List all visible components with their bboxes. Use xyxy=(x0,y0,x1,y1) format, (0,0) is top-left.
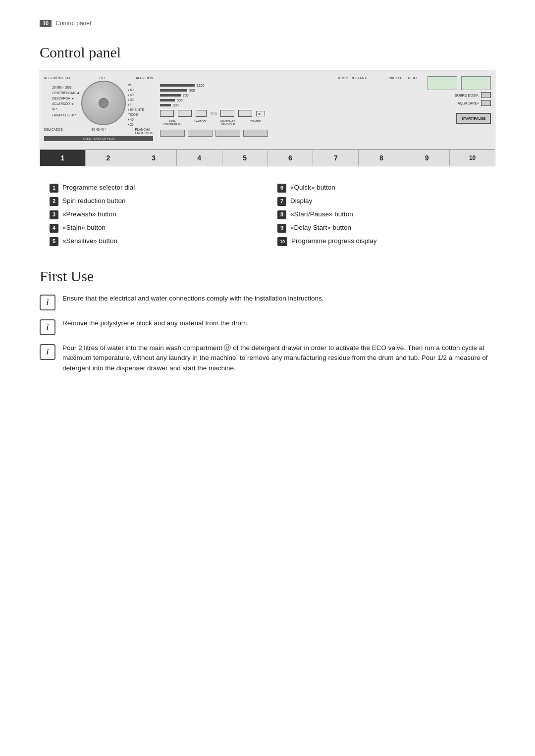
lavado-btn[interactable] xyxy=(188,130,213,137)
legend-num-3: 3 xyxy=(50,210,58,219)
machine-control-panel: ALGODÓN ECO OFF ALGODÓN 20 MIN · 3KG CEN… xyxy=(40,70,495,150)
dial-bottom-labels: DELICADOS 30 40 40 * PLANCHAFACIL PLUS xyxy=(44,128,153,135)
temps-30-40: 30 40 40 * xyxy=(92,128,107,135)
speed-900: 900 xyxy=(160,89,195,92)
sobre-dosif-label: SOBRE DOSIF. xyxy=(455,94,479,97)
temp-30a: • 30 xyxy=(128,98,145,101)
small-btn-3[interactable] xyxy=(220,110,234,117)
dial-wrapper: 20 MIN · 3KG CENTRIFUGAR ◄ DESCARGA ◄ AC… xyxy=(52,81,145,126)
info-icon-2: i xyxy=(40,319,55,335)
aquacare-btn-row: AQUACARE+ xyxy=(458,100,491,106)
legend-num-2: 2 xyxy=(50,197,58,206)
legend-text-4: «Stain» button xyxy=(62,223,106,233)
speed-label-300: 300 xyxy=(173,103,179,107)
plancha-label: PLANCHAFACIL PLUS xyxy=(135,128,153,135)
aquacare-btn[interactable] xyxy=(481,100,491,106)
speed-700: 700 xyxy=(160,94,189,97)
legend-item-1: 1 Programme selector dial xyxy=(50,182,258,194)
speed-300: 300 xyxy=(160,103,179,107)
legend-num-9: 9 xyxy=(277,224,286,233)
legend-item-9: 9 «Delay Start» button xyxy=(277,222,485,234)
legend-num-7: 7 xyxy=(277,197,286,206)
sobre-dosif-btn-row: SOBRE DOSIF. xyxy=(455,92,491,98)
legend-text-6: «Quick» button xyxy=(290,183,335,193)
off-label: OFF xyxy=(100,76,107,80)
right-section: SOBRE DOSIF. AQUACARE+ START/PAUSE xyxy=(427,76,491,124)
breadcrumb-text: Control panel xyxy=(55,20,91,27)
speed-bar-500 xyxy=(160,99,175,101)
small-btn-2[interactable] xyxy=(178,110,192,117)
lavado-label: LAVADO xyxy=(188,120,213,126)
manchas-btn[interactable] xyxy=(215,130,240,137)
legend-item-4: 4 «Stain» button xyxy=(50,222,258,234)
number-strip: 1 2 3 4 5 6 7 8 9 10 xyxy=(40,150,495,166)
prog-buttons-row xyxy=(160,130,422,137)
info-item-1: i Ensure that the electrical and water c… xyxy=(40,294,495,310)
tiempo-restante-display xyxy=(428,76,457,90)
speed-buttons: 1200 900 700 500 xyxy=(160,84,422,107)
speed-label-500: 500 xyxy=(177,99,183,102)
num-4: 4 xyxy=(177,150,222,166)
num-1: 1 xyxy=(40,150,86,166)
aclarado-label: ACLARADO ◄ xyxy=(52,102,79,105)
programme-dial[interactable] xyxy=(81,81,126,125)
small-btn-1[interactable] xyxy=(160,110,174,117)
temp-60: • 60 xyxy=(128,88,145,92)
top-display-labels: TIEMPO RESTANTE INICIO DIFERIDO xyxy=(158,76,422,80)
speed-label-900: 900 xyxy=(189,89,195,92)
middle-controls: ⊡ □ ⊕─ xyxy=(160,110,422,117)
num-9: 9 xyxy=(404,150,450,166)
dial-indicator xyxy=(99,98,108,108)
sinteticos-label: TICOS xyxy=(128,113,145,116)
dial-left-labels: 20 MIN · 3KG CENTRIFUGAR ◄ DESCARGA ◄ AC… xyxy=(52,86,79,117)
legend-item-2: 2 Spin reduction button xyxy=(50,196,258,207)
temp-star: • * xyxy=(128,103,145,106)
first-use-title: First Use xyxy=(40,268,495,285)
dial-top-labels: ALGODÓN ECO OFF ALGODÓN xyxy=(44,76,153,80)
legend-text-2: Spin reduction button xyxy=(62,197,126,206)
dial-right-labels: 95 • 60 • 40 • 30 • * • 60 SINTÉ- TICOS … xyxy=(128,83,145,126)
num-6: 6 xyxy=(268,150,314,166)
silent-system-label: SILENT SYSTEM PLUS xyxy=(44,136,153,141)
legend-item-8: 8 «Start/Pause» button xyxy=(277,209,485,220)
info-item-2: i Remove the polystyrene block and any m… xyxy=(40,318,495,335)
info-icon-3: i xyxy=(40,344,55,360)
breadcrumb-number: 10 xyxy=(40,20,52,27)
start-pause-button[interactable]: START/PAUSE xyxy=(456,113,491,124)
num-7: 7 xyxy=(313,150,359,166)
legend-text-10: Programme progress display xyxy=(291,237,377,246)
descarga-label: DESCARGA ◄ xyxy=(52,97,79,100)
legend-text-8: «Start/Pause» button xyxy=(290,210,353,219)
manchas-label: MANCHAS SENSIBLE xyxy=(215,120,240,126)
legend-text-1: Programme selector dial xyxy=(62,183,135,193)
legend-item-5: 5 «Sensitive» button xyxy=(50,236,258,247)
small-btn-4[interactable] xyxy=(238,110,252,117)
pre-centrifug-btn[interactable] xyxy=(160,130,185,137)
num-3: 3 xyxy=(131,150,177,166)
first-use-items: i Ensure that the electrical and water c… xyxy=(40,294,495,373)
legend-text-9: «Delay Start» button xyxy=(290,223,351,233)
info-item-3: i Pour 2 litres of water into the main w… xyxy=(40,343,495,373)
prog-btn-labels: PRE-CENTRIFUG. LAVADO MANCHAS SENSIBLE T… xyxy=(160,120,422,126)
timer-icon: ⊕─ xyxy=(256,111,265,116)
algodón-eco-label: ALGODÓN ECO xyxy=(44,76,70,80)
dial-section: ALGODÓN ECO OFF ALGODÓN 20 MIN · 3KG CEN… xyxy=(44,76,153,141)
legend-num-4: 4 xyxy=(50,224,58,233)
num-2: 2 xyxy=(86,150,131,166)
legend-text-7: Display xyxy=(290,197,312,206)
middle-section: TIEMPO RESTANTE INICIO DIFERIDO 1200 900 xyxy=(158,76,422,137)
sobre-dosif-btn[interactable] xyxy=(481,92,491,98)
legend-item-7: 7 Display xyxy=(277,196,485,207)
num-8: 8 xyxy=(359,150,404,166)
page-container: 10 Control panel Control panel ALGODÓN E… xyxy=(0,0,535,393)
temp-30b: • 30 xyxy=(128,123,145,126)
tiempo-btn[interactable] xyxy=(243,130,268,137)
tiempo-label: TIEMPO xyxy=(243,120,268,126)
legend-container: 1 Programme selector dial 6 «Quick» butt… xyxy=(40,177,495,252)
control-panel-title: Control panel xyxy=(40,44,495,61)
breadcrumb: 10 Control panel xyxy=(40,20,495,30)
weight-label: 20 MIN · 3KG xyxy=(52,86,79,89)
temp-40a: • 40 xyxy=(128,93,145,97)
legend-item-10: 10 Programme progress display xyxy=(277,236,485,247)
legend-num-6: 6 xyxy=(277,184,286,193)
